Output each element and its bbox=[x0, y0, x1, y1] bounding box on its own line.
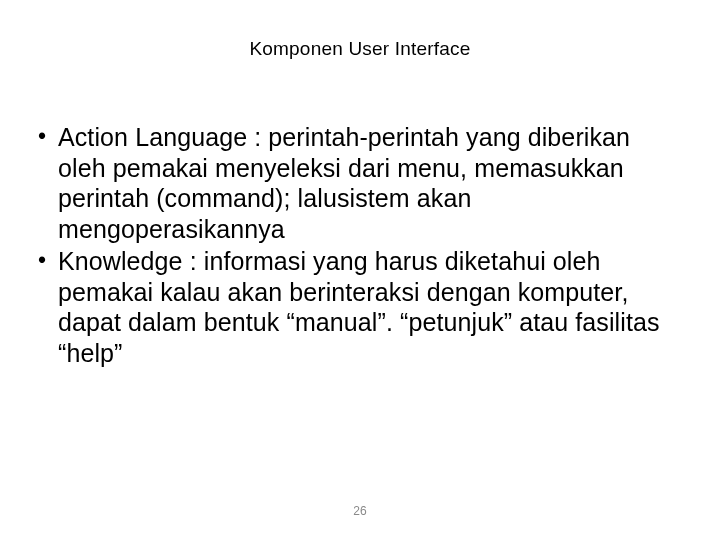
list-item: Action Language : perintah-perintah yang… bbox=[58, 122, 684, 244]
list-item: Knowledge : informasi yang harus diketah… bbox=[58, 246, 684, 368]
slide: Komponen User Interface Action Language … bbox=[0, 0, 720, 540]
slide-title: Komponen User Interface bbox=[36, 38, 684, 60]
bullet-list: Action Language : perintah-perintah yang… bbox=[36, 122, 684, 368]
page-number: 26 bbox=[353, 504, 366, 518]
